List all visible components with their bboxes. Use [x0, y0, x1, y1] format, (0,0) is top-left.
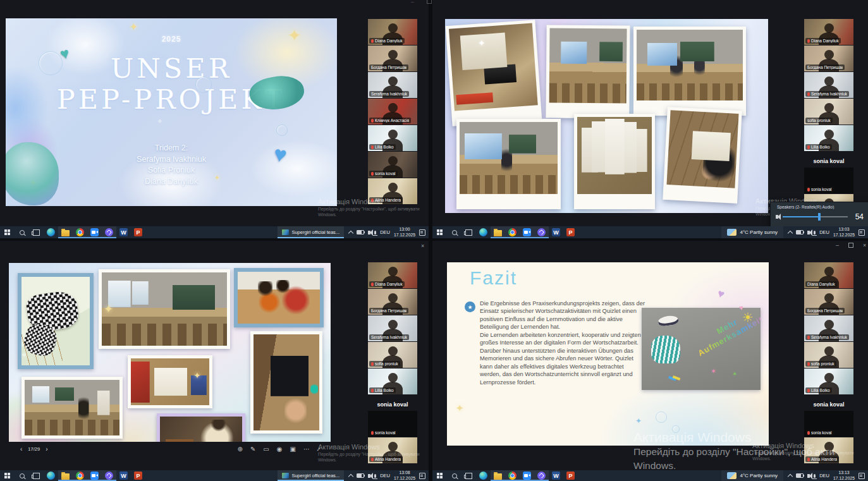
fullscreen-icon[interactable]: ↕ [315, 446, 322, 453]
zoom-app-button[interactable] [520, 470, 534, 481]
action-center-icon[interactable] [419, 229, 425, 236]
task-view-button[interactable] [29, 226, 44, 238]
close-button[interactable]: × [863, 242, 866, 248]
more-options-icon[interactable]: ⋯ [303, 446, 310, 453]
file-explorer-button[interactable] [58, 226, 73, 238]
speaker-icon[interactable] [807, 231, 810, 234]
minimize-button[interactable]: – [836, 242, 839, 248]
volume-slider[interactable] [783, 216, 848, 217]
participant-tile[interactable]: Богдана Петришак [804, 289, 853, 315]
powerpoint-button[interactable] [131, 226, 145, 238]
pointer-icon[interactable]: ✎ [250, 446, 255, 453]
speaker-icon[interactable] [368, 231, 370, 234]
microphone-icon[interactable] [374, 231, 376, 234]
participant-tile[interactable]: Lilia Boiko [804, 125, 853, 151]
participant-tile[interactable]: Serafyma Ivakhniuk [804, 315, 853, 341]
chrome-button[interactable] [505, 470, 520, 481]
participant-tile[interactable]: Lilia Boiko [368, 125, 417, 151]
zoom-app-button[interactable] [520, 226, 534, 238]
word-button[interactable] [116, 470, 131, 481]
participant-tile[interactable]: Клімчук Анастасія [368, 99, 417, 125]
battery-icon[interactable] [357, 230, 364, 234]
participant-tile[interactable]: Diana Danyliuk [368, 262, 417, 288]
language-indicator[interactable]: DEU [380, 229, 390, 235]
start-button[interactable] [0, 470, 15, 481]
speaker-icon[interactable] [807, 474, 810, 478]
participant-tile[interactable]: sonia koval [804, 411, 853, 437]
maximize-button[interactable] [427, 0, 432, 4]
task-view-button[interactable] [462, 470, 476, 481]
minimize-button[interactable]: – [411, 0, 414, 5]
participant-tile[interactable]: Богдана Петришак [368, 46, 417, 71]
microphone-icon[interactable] [814, 231, 816, 234]
tray-chevron-icon[interactable] [348, 473, 353, 478]
microphone-icon[interactable] [814, 474, 816, 478]
participant-tile[interactable]: Lilia Boiko [368, 368, 417, 394]
search-button[interactable] [15, 470, 29, 481]
language-indicator[interactable]: DEU [380, 473, 390, 478]
chrome-button[interactable] [505, 226, 520, 238]
file-explorer-button[interactable] [58, 470, 73, 481]
language-indicator[interactable]: DEU [819, 473, 829, 478]
participant-tile[interactable]: Diana Danyliuk [804, 262, 853, 288]
start-button[interactable] [432, 470, 447, 481]
chrome-button[interactable] [73, 226, 87, 238]
battery-icon[interactable] [796, 230, 804, 234]
chrome-button[interactable] [73, 470, 87, 481]
powerpoint-button[interactable] [563, 470, 578, 481]
participant-tile[interactable]: Alina Handera [368, 437, 417, 463]
weather-widget[interactable]: 4°C Partly sunny [721, 470, 783, 481]
powerpoint-button[interactable] [563, 226, 578, 238]
participant-tile[interactable]: Diana Danyliuk [368, 19, 417, 45]
participant-tile[interactable]: Alina Handera [804, 437, 853, 463]
volume-slider-thumb[interactable] [818, 213, 821, 221]
participant-tile[interactable]: Alina Handera [368, 178, 417, 204]
viber-button[interactable] [534, 470, 549, 481]
previous-slide-button[interactable]: ‹ [20, 446, 22, 453]
participant-tile[interactable]: sofia proniuk [804, 342, 853, 368]
start-button[interactable] [432, 226, 447, 238]
word-button[interactable] [116, 226, 131, 238]
weather-widget[interactable]: 4°C Partly sunny [721, 226, 783, 238]
participant-tile[interactable]: Serafyma Ivakhniuk [368, 72, 417, 98]
edge-button[interactable] [476, 470, 491, 481]
task-view-button[interactable] [29, 470, 44, 481]
powerpoint-button[interactable] [131, 470, 145, 481]
duplicate-icon[interactable]: ▣ [290, 446, 296, 453]
language-indicator[interactable]: DEU [819, 229, 829, 235]
task-view-button[interactable] [462, 226, 476, 238]
edge-button[interactable] [44, 470, 58, 481]
taskbar-clock[interactable]: 13:0017.12.2025 [394, 227, 415, 238]
zoom-app-button[interactable] [87, 470, 102, 481]
action-center-icon[interactable] [419, 473, 425, 479]
participant-tile[interactable]: Serafyma Ivakhniuk [804, 72, 853, 98]
microphone-icon[interactable] [374, 474, 376, 478]
participant-tile[interactable]: Богдана Петришак [368, 289, 417, 315]
zoom-app-button[interactable] [87, 226, 102, 238]
participant-tile[interactable]: sofia proniuk [368, 342, 417, 368]
participant-tile[interactable]: Богдана Петришак [804, 46, 853, 71]
viber-button[interactable] [534, 226, 549, 238]
action-center-icon[interactable] [859, 473, 865, 479]
open-window-button[interactable]: Supergirl official teas... [278, 226, 344, 238]
participant-tile[interactable]: sonia koval [804, 167, 853, 193]
battery-icon[interactable] [796, 473, 804, 478]
edge-button[interactable] [476, 226, 491, 238]
participant-tile[interactable]: Diana Danyliuk [804, 19, 853, 45]
taskbar-clock[interactable]: 13:1317.12.2025 [833, 470, 855, 481]
search-button[interactable] [15, 226, 29, 238]
participant-tile[interactable]: sonia koval [368, 411, 417, 437]
word-button[interactable] [549, 226, 563, 238]
viber-button[interactable] [102, 226, 116, 238]
next-slide-button[interactable]: › [46, 446, 47, 453]
action-center-icon[interactable] [859, 229, 865, 236]
restore-button[interactable] [848, 243, 853, 248]
speaker-icon[interactable] [776, 215, 778, 219]
viber-button[interactable] [102, 470, 116, 481]
taskbar-clock[interactable]: 13:0817.12.2025 [394, 470, 415, 481]
edge-button[interactable] [44, 226, 58, 238]
tray-chevron-icon[interactable] [348, 230, 353, 235]
battery-icon[interactable] [357, 473, 364, 478]
start-button[interactable] [0, 226, 15, 238]
search-button[interactable] [447, 226, 462, 238]
